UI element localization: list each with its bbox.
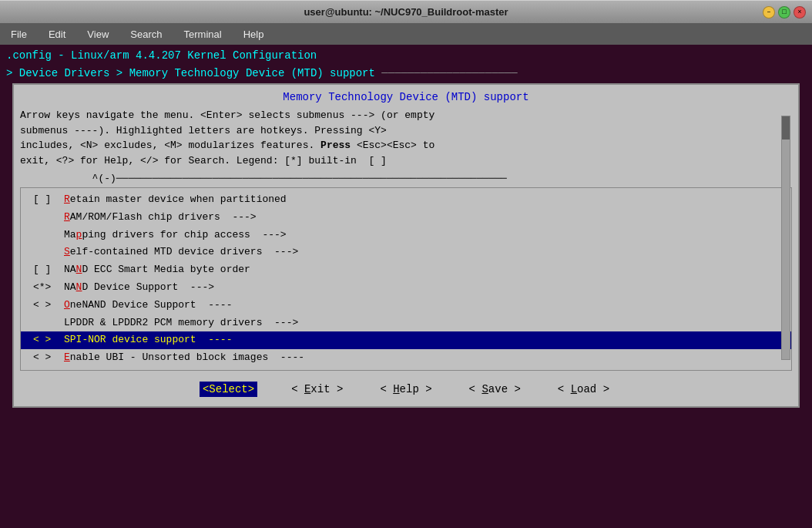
- menu-search[interactable]: Search: [126, 27, 166, 42]
- menu-help[interactable]: Help: [239, 27, 269, 42]
- menu-view[interactable]: View: [82, 27, 113, 42]
- maximize-button[interactable]: □: [778, 6, 790, 18]
- list-item[interactable]: Self-contained MTD device drivers --->: [21, 244, 791, 261]
- list-item[interactable]: RAM/ROM/Flash chip drivers --->: [21, 209, 791, 227]
- menu-edit[interactable]: Edit: [44, 27, 70, 42]
- exit-button[interactable]: < Exit >: [288, 382, 346, 397]
- load-button[interactable]: < Load >: [555, 382, 612, 397]
- breadcrumb-device-drivers: Device Drivers: [19, 67, 110, 79]
- title-bar: user@ubuntu: ~/NUC970_Buildroot-master –…: [0, 0, 812, 23]
- list-item[interactable]: [ ] Retain master device when partitione…: [21, 191, 791, 209]
- breadcrumb-arrow: >: [6, 67, 19, 79]
- breadcrumb-config: .config - Linux/arm 4.4.207 Kernel Confi…: [6, 48, 806, 64]
- menu-list: [ ] Retain master device when partitione…: [20, 187, 792, 371]
- window-controls: – □ ×: [763, 6, 806, 18]
- menu-file[interactable]: File: [6, 27, 32, 42]
- list-item[interactable]: < > Enable UBI - Unsorted block images -…: [21, 349, 791, 367]
- dialog-title: Memory Technology Device (MTD) support: [20, 91, 792, 103]
- window-title: user@ubuntu: ~/NUC970_Buildroot-master: [304, 6, 508, 18]
- dialog-instructions: Arrow keys navigate the menu. <Enter> se…: [20, 108, 792, 168]
- select-button[interactable]: <Select>: [200, 382, 257, 397]
- menu-bar: File Edit View Search Terminal Help: [0, 23, 812, 45]
- breadcrumb-path: > Device Drivers > Memory Technology Dev…: [6, 66, 806, 82]
- close-button[interactable]: ×: [794, 6, 806, 18]
- terminal: .config - Linux/arm 4.4.207 Kernel Confi…: [0, 45, 812, 528]
- help-button[interactable]: < Help >: [377, 382, 435, 397]
- scrollbar-thumb[interactable]: [782, 116, 790, 140]
- list-item[interactable]: LPDDR & LPDDR2 PCM memory drivers --->: [21, 314, 791, 332]
- dialog-buttons: <Select> < Exit > < Help > < Save > < Lo…: [20, 378, 792, 400]
- scrollbar[interactable]: [781, 116, 790, 360]
- scroll-indicator: ^(-)────────────────────────────────────…: [20, 173, 792, 184]
- list-item[interactable]: <*> NAND Device Support --->: [21, 279, 791, 297]
- list-item[interactable]: < > OneNAND Device Support ----: [21, 297, 791, 314]
- config-dialog: Memory Technology Device (MTD) support A…: [12, 83, 800, 408]
- minimize-button[interactable]: –: [763, 6, 775, 18]
- save-button[interactable]: < Save >: [466, 382, 524, 397]
- list-item[interactable]: Mapping drivers for chip access --->: [21, 227, 791, 244]
- menu-terminal[interactable]: Terminal: [180, 27, 226, 42]
- list-item[interactable]: [ ] NAND ECC Smart Media byte order: [21, 261, 791, 279]
- list-item-selected[interactable]: < > SPI-NOR device support ----: [21, 331, 791, 349]
- breadcrumb-mtd: Memory Technology Device (MTD) support: [129, 67, 375, 79]
